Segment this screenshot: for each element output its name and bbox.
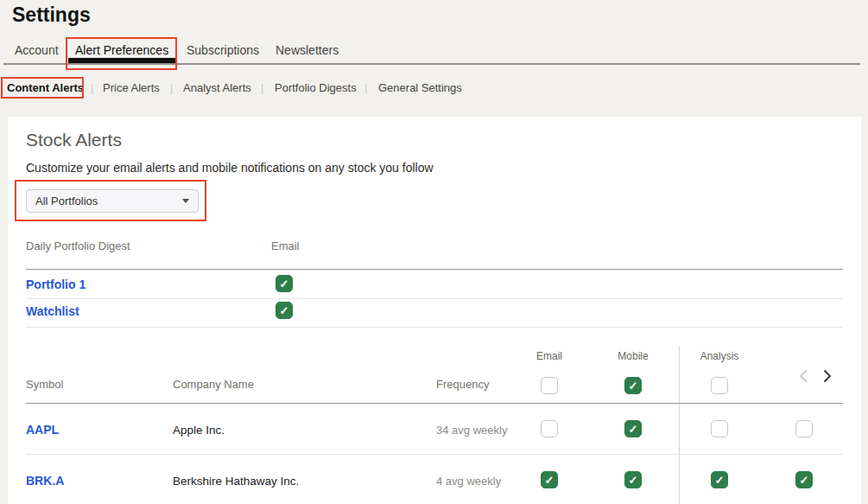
- digest-email-checkbox[interactable]: [276, 302, 293, 319]
- frequency-value: 4 avg weekly: [436, 475, 501, 488]
- stock-alerts-description: Customize your email alerts and mobile n…: [26, 161, 434, 175]
- stock-mobile-checkbox[interactable]: [624, 471, 642, 488]
- subnav-item-analyst-alerts[interactable]: Analyst Alerts: [183, 81, 251, 94]
- prev-page-button[interactable]: [795, 368, 811, 384]
- analysis-header-toggle-checkbox[interactable]: [711, 377, 728, 394]
- stock-mobile-checkbox[interactable]: [624, 420, 642, 437]
- stock-alerts-heading: Stock Alerts: [26, 130, 122, 150]
- stock-extra-checkbox[interactable]: [795, 471, 813, 488]
- company-name: Apple Inc.: [173, 424, 225, 437]
- subnav-item-content-alerts[interactable]: Content Alerts: [7, 81, 84, 94]
- stock-symbol-link[interactable]: BRK.A: [26, 474, 64, 488]
- subnav-item-price-alerts[interactable]: Price Alerts: [103, 81, 160, 94]
- mobile-header-toggle-checkbox[interactable]: [624, 377, 642, 394]
- tab-account[interactable]: Account: [15, 43, 59, 57]
- subnav-separator: |: [261, 81, 263, 94]
- tab-newsletters[interactable]: Newsletters: [276, 43, 339, 57]
- symbol-column-header: Symbol: [26, 378, 63, 391]
- row-divider: [26, 454, 843, 455]
- email-header-toggle-checkbox[interactable]: [541, 377, 558, 394]
- subnav-separator: |: [91, 81, 93, 94]
- next-page-button[interactable]: [820, 368, 835, 384]
- subnav-separator: |: [364, 81, 367, 94]
- stock-analysis-checkbox[interactable]: [711, 471, 728, 488]
- row-divider: [26, 327, 843, 328]
- stock-email-checkbox[interactable]: [541, 420, 558, 437]
- portfolio-link[interactable]: Portfolio 1: [26, 278, 86, 291]
- frequency-column-header: Frequency: [436, 378, 489, 391]
- settings-page: Settings Account Alert Preferences Subsc…: [0, 0, 868, 504]
- caret-down-icon: [182, 199, 189, 203]
- tab-alert-preferences[interactable]: Alert Preferences: [75, 43, 168, 57]
- analysis-section-divider: [679, 346, 680, 504]
- digest-header-border: [26, 269, 843, 270]
- tabs-divider: [3, 63, 860, 65]
- email-column-header: Email: [515, 350, 584, 362]
- stock-symbol-link[interactable]: AAPL: [26, 423, 59, 437]
- page-title: Settings: [12, 3, 91, 27]
- company-name: Berkshire Hathaway Inc.: [173, 475, 299, 488]
- frequency-value: 34 avg weekly: [436, 424, 507, 437]
- digest-email-checkbox[interactable]: [276, 275, 293, 292]
- analysis-column-header: Analysis: [685, 350, 754, 362]
- stocks-header-border: [26, 403, 843, 404]
- tab-subscriptions[interactable]: Subscriptions: [187, 43, 259, 57]
- portfolio-filter-dropdown[interactable]: All Portfolios: [26, 189, 199, 213]
- chevron-right-icon: [822, 369, 833, 383]
- watchlist-link[interactable]: Watchlist: [26, 304, 79, 318]
- company-column-header: Company Name: [173, 378, 254, 391]
- portfolio-filter-value: All Portfolios: [35, 195, 98, 207]
- row-divider: [26, 298, 843, 299]
- stock-email-checkbox[interactable]: [541, 471, 558, 488]
- subnav-item-general-settings[interactable]: General Settings: [378, 81, 462, 94]
- digest-email-header: Email: [271, 239, 300, 252]
- digest-name-header: Daily Portfolio Digest: [26, 239, 130, 252]
- stock-analysis-checkbox[interactable]: [711, 420, 728, 437]
- mobile-column-header: Mobile: [599, 350, 668, 362]
- content-alerts-card: [8, 117, 861, 504]
- stock-extra-checkbox[interactable]: [795, 420, 813, 437]
- subnav-item-portfolio-digests[interactable]: Portfolio Digests: [275, 81, 357, 94]
- subnav-separator: |: [170, 81, 173, 94]
- chevron-left-icon: [798, 369, 808, 383]
